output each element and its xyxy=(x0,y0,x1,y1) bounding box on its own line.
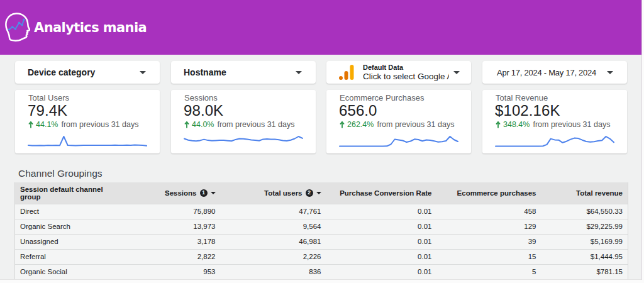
cell-sessions: 75,890 xyxy=(128,204,221,219)
table-header-row: Session default channel group Sessions 1… xyxy=(15,182,628,204)
delta-percent: 44.1% xyxy=(36,120,58,129)
delta-suffix: from previous 31 days xyxy=(377,120,454,129)
scorecard-delta: 44.1% from previous 31 days xyxy=(28,120,138,129)
cell-total-users: 2,226 xyxy=(221,249,326,264)
data-source-text: Default Data Click to select Google Anal… xyxy=(363,64,449,81)
dropdown-arrow-icon xyxy=(607,71,613,74)
cell-total-revenue: $781.15 xyxy=(541,264,628,279)
scorecard-label: Total Users xyxy=(28,93,69,103)
table-row: Direct 75,890 47,761 0.01 458 $64,550.33 xyxy=(15,204,628,219)
cell-channel: Organic Search xyxy=(15,219,128,234)
sparkline-svg xyxy=(495,135,614,149)
delta-percent: 262.4% xyxy=(347,120,374,129)
sort-arrow-icon xyxy=(316,192,321,194)
cell-total-users: 9,564 xyxy=(221,219,326,234)
cell-total-revenue: $64,550.33 xyxy=(541,204,628,219)
column-header-content: Total users 2 xyxy=(226,189,321,197)
column-header-total-users[interactable]: Total users 2 xyxy=(221,182,326,204)
scorecard-delta: 348.4% from previous 31 days xyxy=(496,120,610,129)
cell-channel: Organic Social xyxy=(15,264,128,279)
dropdown-arrow-icon xyxy=(296,71,302,74)
cell-total-revenue: $5,169.99 xyxy=(541,234,628,249)
column-header-channel-group[interactable]: Session default channel group xyxy=(15,182,128,204)
cell-total-revenue: $29,225.99 xyxy=(541,219,628,234)
channel-groupings-table: Session default channel group Sessions 1… xyxy=(14,182,628,279)
cell-total-revenue: $1,444.95 xyxy=(541,249,628,264)
dropdown-arrow-icon xyxy=(140,71,146,74)
sort-arrow-icon xyxy=(211,192,216,194)
cell-purchase-conversion-rate: 0.01 xyxy=(326,204,437,219)
google-analytics-icon xyxy=(338,64,355,81)
cell-ecommerce-purchases: 129 xyxy=(437,219,541,234)
cell-ecommerce-purchases: 39 xyxy=(437,234,541,249)
cell-ecommerce-purchases: 5 xyxy=(437,264,541,279)
hostname-filter-label: Hostname xyxy=(184,67,226,77)
dropdown-arrow-icon xyxy=(453,71,460,74)
report-canvas: Analytics mania Device category Hostname… xyxy=(0,0,642,280)
scorecard-label: Ecommerce Purchases xyxy=(340,93,424,103)
up-arrow-icon xyxy=(496,121,501,128)
scorecard-sessions: Sessions 98.0K 44.0% from previous 31 da… xyxy=(171,90,316,153)
scorecard-value: 79.4K xyxy=(28,102,67,119)
delta-percent: 348.4% xyxy=(503,120,530,129)
column-header-sessions[interactable]: Sessions 1 xyxy=(128,182,221,204)
scorecard-total-users: Total Users 79.4K 44.1% from previous 31… xyxy=(15,90,160,153)
sort-order-badge: 1 xyxy=(200,189,208,197)
cell-sessions: 2,822 xyxy=(128,249,221,264)
table-row: Organic Search 13,973 9,564 0.01 129 $29… xyxy=(15,219,628,234)
cell-channel: Unassigned xyxy=(15,234,128,249)
cell-ecommerce-purchases: 458 xyxy=(437,204,541,219)
cell-total-users: 836 xyxy=(221,264,326,279)
column-header-label: Sessions xyxy=(165,189,197,197)
column-header-content: Sessions 1 xyxy=(133,189,216,197)
column-header-ecommerce-purchases[interactable]: Ecommerce purchases xyxy=(437,182,541,204)
cell-purchase-conversion-rate: 0.01 xyxy=(326,234,437,249)
cell-ecommerce-purchases: 15 xyxy=(437,249,541,264)
data-source-selector[interactable]: Default Data Click to select Google Anal… xyxy=(326,61,471,84)
up-arrow-icon xyxy=(184,121,189,128)
scorecard-delta: 44.0% from previous 31 days xyxy=(184,120,294,129)
section-title: Channel Groupings xyxy=(18,168,103,179)
delta-suffix: from previous 31 days xyxy=(61,120,138,129)
cell-channel: Referral xyxy=(15,249,128,264)
cell-sessions: 953 xyxy=(128,264,221,279)
analytics-mania-head-icon xyxy=(3,10,32,43)
cell-purchase-conversion-rate: 0.01 xyxy=(326,264,437,279)
sparkline-chart xyxy=(339,135,458,149)
table-row: Organic Social 953 836 0.01 5 $781.15 xyxy=(15,264,628,279)
hostname-filter[interactable]: Hostname xyxy=(171,61,316,84)
cell-sessions: 3,178 xyxy=(128,234,221,249)
cell-channel: Direct xyxy=(15,204,128,219)
device-category-filter[interactable]: Device category xyxy=(15,61,160,84)
up-arrow-icon xyxy=(28,121,33,128)
scorecard-total-revenue: Total Revenue $102.16K 348.4% from previ… xyxy=(482,90,627,153)
delta-suffix: from previous 31 days xyxy=(533,120,610,129)
scorecard-value: $102.16K xyxy=(495,102,560,119)
scorecard-label: Sessions xyxy=(184,93,218,103)
column-header-label: Total users xyxy=(264,189,303,197)
page-title: Analytics mania xyxy=(34,0,147,55)
date-range-label: Apr 17, 2024 - May 17, 2024 xyxy=(497,68,596,77)
scorecard-ecommerce-purchases: Ecommerce Purchases 656.0 262.4% from pr… xyxy=(326,90,471,153)
cell-sessions: 13,973 xyxy=(128,219,221,234)
data-source-hint: Click to select Google Analytics xyxy=(363,72,449,81)
column-header-purchase-conversion-rate[interactable]: Purchase Conversion Rate xyxy=(326,182,437,204)
sparkline-svg xyxy=(339,135,458,149)
scorecard-value: 656.0 xyxy=(339,102,377,119)
sparkline-chart xyxy=(184,135,303,149)
cell-purchase-conversion-rate: 0.01 xyxy=(326,249,437,264)
delta-suffix: from previous 31 days xyxy=(217,120,294,129)
cell-total-users: 47,761 xyxy=(221,204,326,219)
scorecard-delta: 262.4% from previous 31 days xyxy=(340,120,454,129)
sparkline-chart xyxy=(495,135,614,149)
data-source-name: Default Data xyxy=(363,64,449,71)
scorecard-value: 98.0K xyxy=(184,102,223,119)
delta-percent: 44.0% xyxy=(192,120,214,129)
sparkline-svg xyxy=(28,135,147,149)
sparkline-chart xyxy=(28,135,147,149)
date-range-filter[interactable]: Apr 17, 2024 - May 17, 2024 xyxy=(482,61,627,84)
up-arrow-icon xyxy=(340,121,345,128)
column-header-total-revenue[interactable]: Total revenue xyxy=(541,182,628,204)
table-row: Referral 2,822 2,226 0.01 15 $1,444.95 xyxy=(15,249,628,264)
cell-total-users: 46,981 xyxy=(221,234,326,249)
